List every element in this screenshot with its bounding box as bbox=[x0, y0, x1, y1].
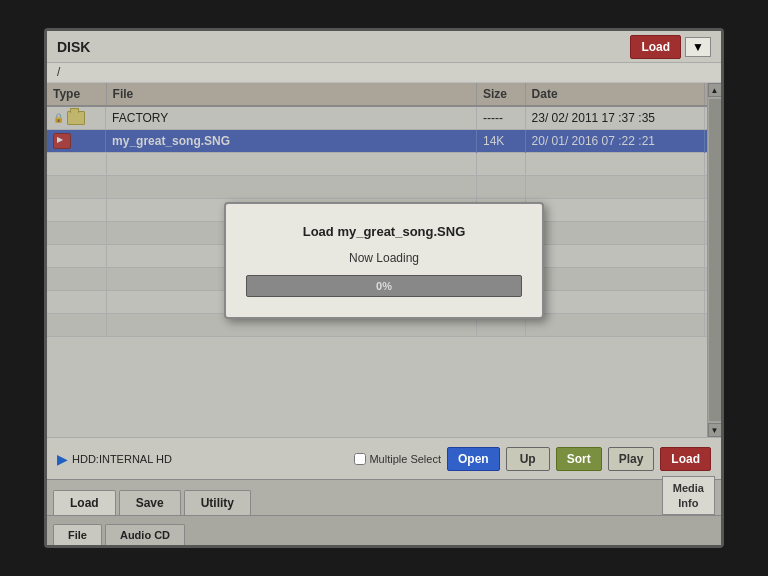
tab-bar: LoadSaveUtility MediaInfo bbox=[47, 479, 721, 515]
dropdown-arrow-button[interactable]: ▼ bbox=[685, 37, 711, 57]
progress-bar: 0% bbox=[246, 275, 522, 297]
breadcrumb: / bbox=[47, 63, 721, 83]
file-table-container: Type File Size Date 🔒FACTORY-----23/ 02/… bbox=[47, 83, 721, 437]
open-button[interactable]: Open bbox=[447, 447, 500, 471]
multiple-select-checkbox[interactable] bbox=[354, 453, 366, 465]
tab-utility[interactable]: Utility bbox=[184, 490, 251, 515]
title-bar-right: Load ▼ bbox=[630, 35, 711, 59]
sort-button[interactable]: Sort bbox=[556, 447, 602, 471]
sub-tab-bar-tabs: FileAudio CD bbox=[53, 524, 185, 545]
bottom-toolbar: ▶ HDD:INTERNAL HD Multiple Select Open U… bbox=[47, 437, 721, 479]
tab-load[interactable]: Load bbox=[53, 490, 116, 515]
disk-title: DISK bbox=[57, 39, 90, 55]
main-screen: DISK Load ▼ / Type File Size Date 🔒FACTO… bbox=[44, 28, 724, 548]
drive-label: HDD:INTERNAL HD bbox=[72, 453, 172, 465]
tab-bar-tabs: LoadSaveUtility bbox=[53, 490, 251, 515]
progress-label: 0% bbox=[376, 280, 392, 292]
play-button[interactable]: Play bbox=[608, 447, 655, 471]
sub-tab-audio-cd[interactable]: Audio CD bbox=[105, 524, 185, 545]
sub-tab-file[interactable]: File bbox=[53, 524, 102, 545]
modal-overlay: Load my_great_song.SNG Now Loading 0% bbox=[47, 83, 721, 437]
modal-subtitle: Now Loading bbox=[246, 251, 522, 265]
media-info-button[interactable]: MediaInfo bbox=[662, 476, 715, 515]
up-button[interactable]: Up bbox=[506, 447, 550, 471]
multiple-select-label[interactable]: Multiple Select bbox=[354, 453, 441, 465]
modal-box: Load my_great_song.SNG Now Loading 0% bbox=[224, 202, 544, 319]
title-load-button[interactable]: Load bbox=[630, 35, 681, 59]
title-bar: DISK Load ▼ bbox=[47, 31, 721, 63]
sub-tab-bar: FileAudio CD bbox=[47, 515, 721, 545]
tab-bar-right: MediaInfo bbox=[662, 476, 715, 515]
drive-arrow-icon: ▶ bbox=[57, 451, 68, 467]
drive-select: ▶ HDD:INTERNAL HD bbox=[57, 451, 348, 467]
load-button[interactable]: Load bbox=[660, 447, 711, 471]
modal-title: Load my_great_song.SNG bbox=[246, 224, 522, 239]
tab-save[interactable]: Save bbox=[119, 490, 181, 515]
